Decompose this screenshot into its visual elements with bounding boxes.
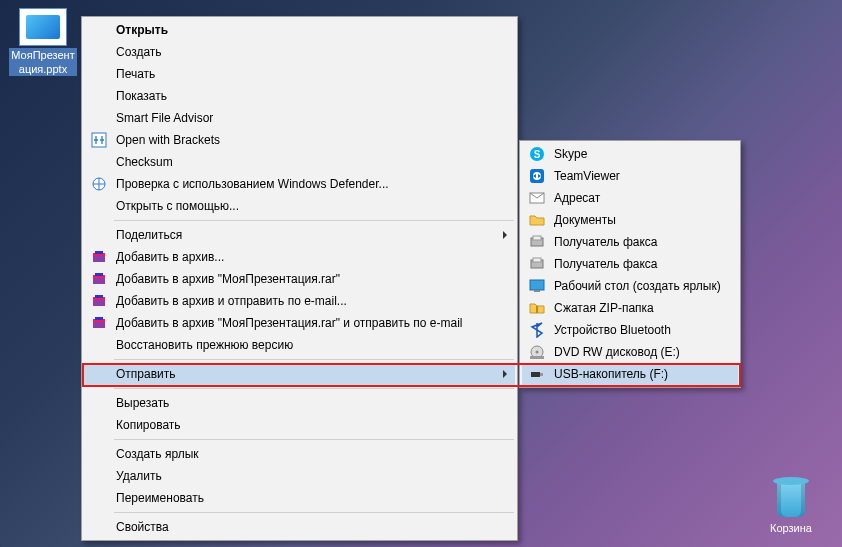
- menu-new-label: Создать: [116, 45, 162, 59]
- zip-folder-icon: [528, 299, 546, 317]
- menu-cut[interactable]: Вырезать: [84, 392, 515, 414]
- submenu-bluetooth[interactable]: Устройство Bluetooth: [522, 319, 738, 341]
- svg-point-27: [536, 351, 539, 354]
- menu-show[interactable]: Показать: [84, 85, 515, 107]
- bluetooth-icon: [528, 321, 546, 339]
- submenu-documents[interactable]: Документы: [522, 209, 738, 231]
- menu-add-archive-rar-email-label: Добавить в архив "МояПрезентация.rar" и …: [116, 316, 462, 330]
- submenu-skype-label: Skype: [554, 147, 587, 161]
- dvd-drive-icon: [528, 343, 546, 361]
- menu-create-shortcut[interactable]: Создать ярлык: [84, 443, 515, 465]
- svg-rect-25: [536, 306, 538, 313]
- menu-smart-file-advisor[interactable]: Smart File Advisor: [84, 107, 515, 129]
- menu-rename-label: Переименовать: [116, 491, 204, 505]
- chevron-right-icon: [503, 231, 507, 239]
- svg-rect-7: [95, 273, 103, 276]
- menu-show-label: Показать: [116, 89, 167, 103]
- menu-open-with[interactable]: Открыть с помощью...: [84, 195, 515, 217]
- submenu-skype[interactable]: S Skype: [522, 143, 738, 165]
- desktop-file-icon[interactable]: МояПрезентация.pptx: [6, 8, 80, 76]
- menu-delete[interactable]: Удалить: [84, 465, 515, 487]
- svg-rect-22: [533, 258, 541, 262]
- menu-sendto-label: Отправить: [116, 367, 176, 381]
- menu-checksum[interactable]: Checksum: [84, 151, 515, 173]
- menu-new[interactable]: Создать: [84, 41, 515, 63]
- winrar-icon: [90, 314, 108, 332]
- submenu-usb-label: USB-накопитель (F:): [554, 367, 668, 381]
- menu-checksum-label: Checksum: [116, 155, 173, 169]
- fax-icon: [528, 233, 546, 251]
- menu-delete-label: Удалить: [116, 469, 162, 483]
- brackets-icon: [90, 131, 108, 149]
- submenu-zip-label: Сжатая ZIP-папка: [554, 301, 654, 315]
- submenu-desktop-shortcut[interactable]: Рабочий стол (создать ярлык): [522, 275, 738, 297]
- menu-open[interactable]: Открыть: [84, 19, 515, 41]
- svg-rect-4: [95, 251, 103, 254]
- menu-add-archive-email[interactable]: Добавить в архив и отправить по e-mail..…: [84, 290, 515, 312]
- fax-icon: [528, 255, 546, 273]
- menu-restore-prev[interactable]: Восстановить прежнюю версию: [84, 334, 515, 356]
- menu-add-archive-email-label: Добавить в архив и отправить по e-mail..…: [116, 294, 347, 308]
- menu-add-archive-rar[interactable]: Добавить в архив "МояПрезентация.rar": [84, 268, 515, 290]
- menu-print-label: Печать: [116, 67, 155, 81]
- desktop-file-label: МояПрезентация.pptx: [9, 48, 76, 76]
- mail-icon: [528, 189, 546, 207]
- context-menu: Открыть Создать Печать Показать Smart Fi…: [81, 16, 518, 541]
- chevron-right-icon: [503, 370, 507, 378]
- menu-separator: [114, 359, 514, 360]
- submenu-fax1-label: Получатель факса: [554, 235, 658, 249]
- winrar-icon: [90, 270, 108, 288]
- submenu-fax2-label: Получатель факса: [554, 257, 658, 271]
- submenu-dvd[interactable]: DVD RW дисковод (E:): [522, 341, 738, 363]
- winrar-icon: [90, 248, 108, 266]
- submenu-bluetooth-label: Устройство Bluetooth: [554, 323, 671, 337]
- menu-add-archive[interactable]: Добавить в архив...: [84, 246, 515, 268]
- svg-rect-23: [530, 280, 544, 290]
- submenu-usb[interactable]: USB-накопитель (F:): [522, 363, 738, 385]
- submenu-fax-1[interactable]: Получатель факса: [522, 231, 738, 253]
- menu-sfa-label: Smart File Advisor: [116, 111, 213, 125]
- svg-rect-13: [95, 317, 103, 320]
- menu-add-archive-rar-label: Добавить в архив "МояПрезентация.rar": [116, 272, 340, 286]
- submenu-teamviewer[interactable]: TeamViewer: [522, 165, 738, 187]
- submenu-dvd-label: DVD RW дисковод (E:): [554, 345, 680, 359]
- skype-icon: S: [528, 145, 546, 163]
- teamviewer-icon: [528, 167, 546, 185]
- menu-separator: [114, 388, 514, 389]
- svg-text:S: S: [534, 149, 541, 160]
- menu-properties[interactable]: Свойства: [84, 516, 515, 538]
- winrar-icon: [90, 292, 108, 310]
- svg-rect-30: [540, 373, 543, 376]
- menu-share[interactable]: Поделиться: [84, 224, 515, 246]
- submenu-desktop-label: Рабочий стол (создать ярлык): [554, 279, 721, 293]
- menu-cut-label: Вырезать: [116, 396, 169, 410]
- recycle-bin[interactable]: Корзина: [754, 473, 828, 535]
- submenu-recipient-label: Адресат: [554, 191, 600, 205]
- usb-drive-icon: [528, 365, 546, 383]
- menu-send-to[interactable]: Отправить: [84, 363, 515, 385]
- menu-rename[interactable]: Переименовать: [84, 487, 515, 509]
- menu-properties-label: Свойства: [116, 520, 169, 534]
- menu-restore-label: Восстановить прежнюю версию: [116, 338, 293, 352]
- sendto-submenu: S Skype TeamViewer Адресат Документы Пол…: [519, 140, 741, 388]
- menu-share-label: Поделиться: [116, 228, 182, 242]
- menu-defender[interactable]: Проверка с использованием Windows Defend…: [84, 173, 515, 195]
- menu-open-with-brackets[interactable]: Open with Brackets: [84, 129, 515, 151]
- svg-rect-29: [531, 372, 540, 377]
- menu-separator: [114, 512, 514, 513]
- submenu-fax-2[interactable]: Получатель факса: [522, 253, 738, 275]
- submenu-recipient[interactable]: Адресат: [522, 187, 738, 209]
- menu-copy[interactable]: Копировать: [84, 414, 515, 436]
- menu-print[interactable]: Печать: [84, 63, 515, 85]
- defender-shield-icon: [90, 175, 108, 193]
- menu-openwith-label: Открыть с помощью...: [116, 199, 239, 213]
- menu-copy-label: Копировать: [116, 418, 181, 432]
- svg-rect-20: [533, 236, 541, 240]
- pptx-thumbnail-icon: [19, 8, 67, 46]
- submenu-zip[interactable]: Сжатая ZIP-папка: [522, 297, 738, 319]
- svg-rect-10: [95, 295, 103, 298]
- svg-rect-24: [534, 290, 540, 292]
- desktop-shortcut-icon: [528, 277, 546, 295]
- menu-add-archive-rar-email[interactable]: Добавить в архив "МояПрезентация.rar" и …: [84, 312, 515, 334]
- folder-icon: [528, 211, 546, 229]
